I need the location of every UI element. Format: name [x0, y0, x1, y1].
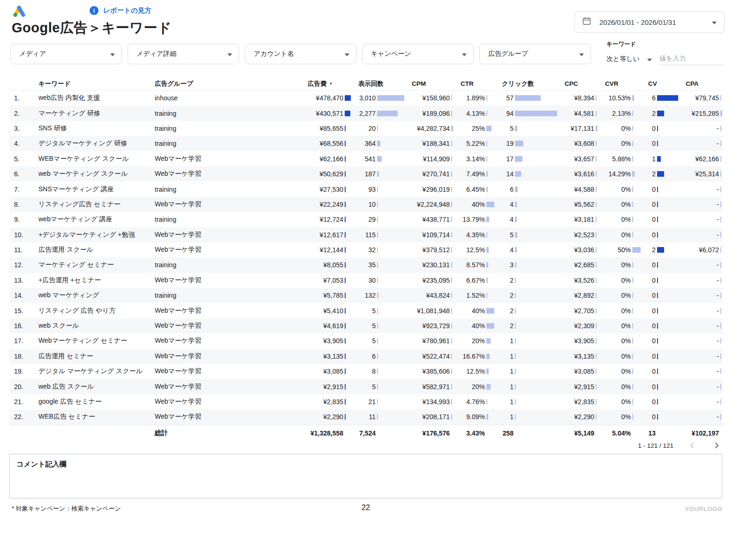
column-header-cost[interactable]: 広告費▼	[300, 80, 351, 88]
column-header-cpm[interactable]: CPM	[404, 80, 453, 87]
value-bar	[486, 353, 490, 359]
value-bar	[657, 156, 661, 162]
keyword-cell: デジタルマーケティング 研修	[38, 139, 154, 148]
keyword-cell: マーケティング セミナー	[38, 261, 154, 269]
value-bar	[515, 338, 516, 344]
value-bar	[657, 126, 658, 131]
value-bar	[515, 171, 521, 177]
value-bar	[345, 111, 350, 116]
value-bar	[515, 187, 518, 192]
cv-cell: 6	[641, 90, 678, 105]
row-number: 10.	[9, 231, 38, 239]
cost-cell: ¥12,617	[300, 227, 351, 242]
filter-chip-label: キャンペーン	[371, 50, 462, 58]
table-row: 12.マーケティング セミナーtraining¥8,05535¥230,1318…	[9, 257, 722, 272]
filter-chip[interactable]: メディア	[10, 44, 122, 64]
next-page-button[interactable]	[711, 440, 722, 451]
value-bar	[451, 369, 452, 374]
column-header-adgroup[interactable]: 広告グループ	[154, 80, 300, 88]
value-bar	[515, 293, 516, 298]
google-ads-logo	[13, 6, 25, 17]
cpc-cell: ¥2,892	[557, 288, 597, 303]
value-bar	[720, 247, 721, 253]
comment-box[interactable]: コメント記入欄	[9, 454, 722, 498]
column-header-clicks[interactable]: クリック数	[494, 80, 557, 88]
value-bar	[596, 323, 597, 329]
filter-chip[interactable]: 広告グループ	[479, 44, 591, 64]
keyword-cell: web広告 内製化 支援	[38, 94, 154, 102]
cpm-cell: ¥208,171	[404, 409, 453, 424]
value-bar	[377, 202, 378, 207]
value-bar	[486, 308, 494, 314]
cpc-cell: ¥5,149	[557, 425, 597, 441]
keyword-cell: google 広告 セミナー	[38, 398, 154, 406]
keyword-condition-dropdown[interactable]: 次と等しい	[606, 55, 652, 65]
value-bar	[451, 414, 452, 420]
value-bar	[451, 399, 452, 405]
column-header-ctr[interactable]: CTR	[453, 80, 494, 87]
value-bar	[632, 217, 633, 222]
value-bar	[596, 414, 597, 420]
filter-chip[interactable]: アカウント名	[245, 44, 356, 64]
keyword-cell: Webマーケティング セミナー	[38, 337, 154, 345]
cost-cell: ¥68,556	[300, 136, 351, 151]
column-header-impressions[interactable]: 表示回数	[351, 80, 404, 88]
help-link[interactable]: レポートの見方	[103, 6, 151, 15]
cv-cell: 0	[641, 136, 678, 151]
value-bar	[377, 126, 378, 131]
value-bar	[515, 399, 516, 405]
adgroup-cell: training	[154, 110, 300, 117]
prev-page-button[interactable]	[687, 440, 698, 451]
filter-chip[interactable]: キャンペーン	[362, 44, 474, 64]
keyword-cell: +広告運用 +セミナー	[38, 276, 154, 285]
filter-chip[interactable]: メディア詳細	[128, 44, 239, 64]
cpm-cell: ¥4,282,734	[404, 121, 453, 136]
value-bar	[451, 217, 452, 222]
impressions-cell: 21	[351, 394, 404, 409]
row-number: 2.	[9, 110, 38, 117]
value-bar	[632, 353, 633, 359]
clicks-cell: 6	[494, 181, 557, 196]
value-bar	[632, 338, 633, 344]
cpc-cell: ¥3,181	[557, 212, 597, 227]
cv-cell: 0	[641, 121, 678, 136]
column-header-keyword[interactable]: キーワード	[38, 80, 154, 88]
keyword-cell: webマーケティング 講座	[38, 215, 154, 224]
impressions-cell: 93	[351, 181, 404, 196]
value-bar	[515, 217, 517, 222]
cvr-cell: 0%	[597, 364, 641, 379]
column-header-cvr[interactable]: CVR	[597, 80, 641, 87]
adgroup-cell: training	[154, 140, 300, 147]
row-number: 11.	[9, 246, 38, 254]
cpc-cell: ¥3,657	[557, 151, 597, 166]
date-range-picker[interactable]: 2026/01/01 - 2026/01/31	[575, 11, 725, 33]
value-bar	[632, 308, 633, 314]
adgroup-cell: Webマーケ学習	[154, 231, 300, 239]
value-bar	[720, 414, 721, 420]
value-bar	[596, 95, 597, 101]
cpa-cell: -	[678, 409, 722, 424]
row-number: 22.	[9, 413, 38, 421]
keyword-value-input[interactable]	[658, 53, 724, 65]
ctr-cell: 4.35%	[453, 227, 494, 242]
value-bar	[657, 278, 658, 283]
value-bar	[486, 126, 491, 131]
column-header-cv[interactable]: CV	[641, 80, 678, 87]
value-bar	[345, 308, 346, 314]
cv-cell: 2	[641, 105, 678, 120]
row-number: 9.	[9, 216, 38, 223]
cvr-cell: 0%	[597, 212, 641, 227]
cvr-cell: 50%	[597, 242, 641, 257]
value-bar	[720, 293, 721, 298]
cost-cell: ¥22,249	[300, 197, 351, 212]
impressions-cell: 5	[351, 333, 404, 348]
value-bar	[720, 217, 721, 222]
value-bar	[345, 353, 346, 359]
value-bar	[345, 247, 346, 253]
cpc-cell: ¥2,309	[557, 318, 597, 333]
table-row: 2.マーケティング 研修training¥430,5712,277¥189,09…	[9, 105, 722, 120]
value-bar	[632, 399, 633, 405]
column-header-cpc[interactable]: CPC	[557, 80, 597, 87]
row-number: 13.	[9, 277, 38, 284]
column-header-cpa[interactable]: CPA	[678, 80, 722, 87]
